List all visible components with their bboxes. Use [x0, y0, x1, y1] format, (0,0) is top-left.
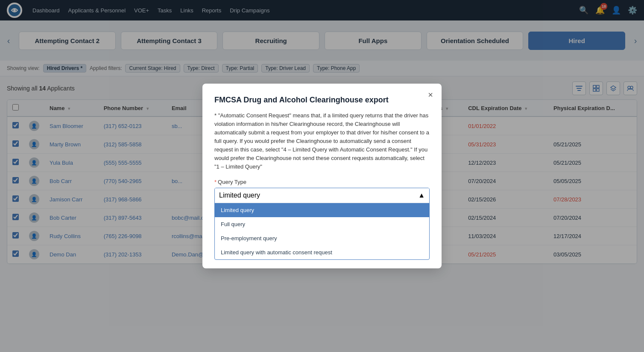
modal-overlay[interactable]: FMCSA Drug and Alcohol Clearinghouse exp… — [0, 0, 644, 269]
fmcsa-modal: FMCSA Drug and Alcohol Clearinghouse exp… — [202, 84, 442, 269]
dropdown-chevron-up-icon: ▲ — [418, 192, 425, 199]
modal-close-button[interactable]: × — [428, 90, 433, 99]
query-type-label: *Query Type — [214, 179, 430, 185]
dropdown-option-2[interactable]: Pre-employment query — [215, 231, 429, 245]
dropdown-option-0[interactable]: Limited query — [215, 203, 429, 217]
modal-title: FMCSA Drug and Alcohol Clearinghouse exp… — [214, 96, 430, 105]
dropdown-option-1[interactable]: Full query — [215, 217, 429, 231]
query-type-dropdown[interactable]: Limited query ▲ Limited query Full query… — [214, 188, 430, 260]
required-star: * — [214, 179, 217, 185]
modal-body: * "Automatic Consent Request" means that… — [214, 111, 430, 172]
dropdown-list: Limited query Full query Pre-employment … — [215, 203, 429, 259]
dropdown-option-3[interactable]: Limited query with automatic consent req… — [215, 245, 429, 259]
dropdown-selected-label: Limited query — [219, 192, 260, 199]
dropdown-header[interactable]: Limited query ▲ — [215, 188, 429, 203]
